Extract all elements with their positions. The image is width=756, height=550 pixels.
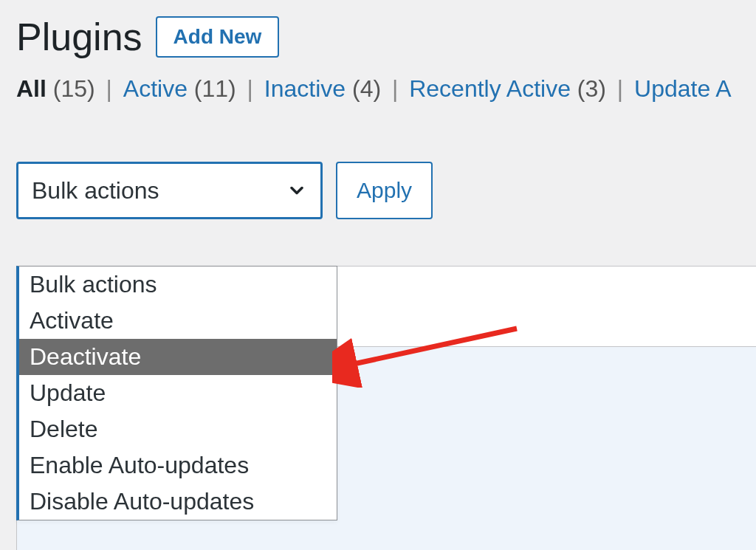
bulk-option-enable-auto-updates[interactable]: Enable Auto-updates — [19, 447, 337, 484]
add-new-button[interactable]: Add New — [156, 16, 280, 58]
apply-button[interactable]: Apply — [336, 162, 433, 219]
filter-active-label: Active — [123, 75, 188, 102]
filter-separator: | — [106, 75, 119, 102]
plugin-filter-row: All (15) | Active (11) | Inactive (4) | … — [0, 66, 756, 125]
bulk-option-delete[interactable]: Delete — [19, 411, 337, 447]
filter-all-label: All — [16, 75, 47, 102]
filter-inactive[interactable]: Inactive — [264, 75, 352, 102]
filter-inactive-label: Inactive — [264, 75, 346, 102]
page-title: Plugins — [16, 15, 142, 59]
bulk-option-update[interactable]: Update — [19, 375, 337, 411]
filter-active[interactable]: Active — [123, 75, 194, 102]
filter-all[interactable]: All — [16, 75, 53, 102]
chevron-down-icon — [286, 180, 307, 201]
filter-separator: | — [247, 75, 260, 102]
filter-recently-active-label: Recently Active — [409, 75, 571, 102]
bulk-actions-selected-label: Bulk actions — [32, 177, 159, 204]
filter-update-label: Update A — [634, 75, 732, 102]
bulk-option-activate[interactable]: Activate — [19, 303, 337, 339]
bulk-option-bulk-actions[interactable]: Bulk actions — [19, 267, 337, 303]
bulk-actions-select[interactable]: Bulk actions — [16, 162, 323, 219]
filter-update-available[interactable]: Update A — [634, 75, 732, 102]
filter-all-count: (15) — [53, 75, 95, 102]
filter-active-count: (11) — [194, 75, 236, 102]
filter-recently-active[interactable]: Recently Active — [409, 75, 577, 102]
filter-recently-active-count: (3) — [577, 75, 606, 102]
filter-inactive-count: (4) — [352, 75, 381, 102]
bulk-actions-dropdown: Bulk actions Activate Deactivate Update … — [16, 266, 337, 520]
page-header: Plugins Add New — [0, 0, 756, 66]
filter-separator: | — [392, 75, 405, 102]
bulk-option-disable-auto-updates[interactable]: Disable Auto-updates — [19, 484, 337, 520]
bulk-option-deactivate[interactable]: Deactivate — [19, 339, 337, 375]
bulk-actions-row: Bulk actions Apply — [0, 125, 756, 227]
filter-separator: | — [617, 75, 630, 102]
